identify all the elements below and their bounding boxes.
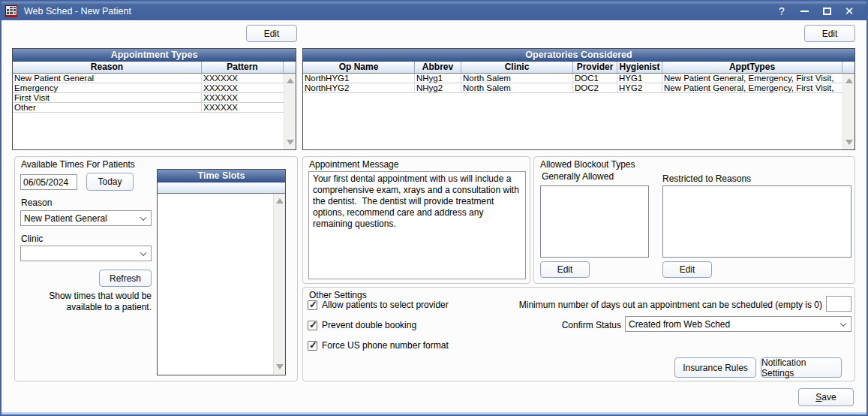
table-row[interactable]: New Patient General XXXXXX — [13, 74, 284, 83]
chevron-down-icon — [840, 320, 846, 326]
minimize-icon[interactable] — [793, 2, 815, 20]
chevron-down-icon — [140, 214, 146, 220]
column-header-provider: Provider — [573, 62, 617, 73]
notification-settings-button[interactable]: Notification Settings — [761, 357, 842, 378]
cell-abbrev: NHyg1 — [415, 74, 461, 83]
scroll-up-icon[interactable] — [287, 78, 294, 83]
close-icon[interactable]: ✕ — [838, 2, 860, 20]
operatories-grid-title: Operatories Considered — [303, 49, 854, 62]
cell-provider: DOC1 — [573, 74, 617, 83]
date-field[interactable] — [20, 174, 77, 190]
table-row[interactable]: First Visit XXXXXX — [13, 93, 284, 103]
cell-op-name: NorthHYG2 — [303, 83, 415, 92]
scroll-down-icon[interactable] — [845, 140, 853, 145]
confirm-status-select[interactable]: Created from Web Sched — [625, 316, 851, 332]
table-row[interactable]: NorthHYG2 NHyg2 North Salem DOC2 HYG2 Ne… — [303, 83, 842, 93]
reason-label: Reason — [21, 197, 52, 208]
column-header-pattern: Pattern — [202, 62, 284, 73]
maximize-icon[interactable] — [815, 2, 838, 20]
restricted-to-reasons-edit-button[interactable]: Edit — [662, 261, 712, 278]
appointment-types-scrollbar[interactable] — [284, 74, 296, 149]
table-row[interactable]: NorthHYG1 NHyg1 North Salem DOC1 HYG1 Ne… — [303, 74, 842, 83]
time-slots-scrollbar[interactable] — [273, 194, 285, 374]
cell-pattern: XXXXXX — [202, 103, 284, 112]
allow-select-provider-label: Allow patients to select provider — [322, 300, 449, 310]
cell-reason: Other — [13, 103, 202, 112]
save-button[interactable]: Save — [798, 388, 854, 406]
insurance-rules-button[interactable]: Insurance Rules — [674, 357, 756, 378]
other-settings-label: Other Settings — [309, 290, 367, 300]
cell-hygienist: HYG1 — [617, 74, 662, 83]
force-us-phone-checkbox[interactable] — [308, 341, 317, 351]
appointment-message-label: Appointment Message — [309, 159, 398, 170]
column-header-hygienist: Hygienist — [617, 62, 662, 73]
refresh-hint-text: Show times that would be available to a … — [20, 291, 152, 313]
column-header-appttypes: ApptTypes — [662, 62, 842, 73]
scroll-up-icon[interactable] — [845, 78, 853, 83]
allow-select-provider-checkbox[interactable] — [308, 300, 317, 310]
cell-hygienist: HYG2 — [617, 83, 662, 92]
table-row[interactable]: Emergency XXXXXX — [13, 83, 284, 93]
reason-select-value: New Patient General — [24, 213, 107, 224]
column-header-clinic: Clinic — [461, 62, 573, 73]
cell-pattern: XXXXXX — [202, 83, 284, 92]
blockout-types-group: Allowed Blockout Types Generally Allowed… — [533, 156, 855, 284]
cell-pattern: XXXXXX — [202, 93, 284, 102]
available-times-label: Available Times For Patients — [21, 159, 135, 170]
reason-select[interactable]: New Patient General — [20, 210, 152, 226]
generally-allowed-edit-button[interactable]: Edit — [540, 261, 590, 278]
today-button[interactable]: Today — [86, 173, 134, 191]
appointment-types-grid: Appointment Types Reason Pattern New Pat… — [12, 48, 296, 150]
cell-clinic: North Salem — [461, 74, 573, 83]
clinic-select[interactable] — [20, 246, 152, 261]
confirm-status-label: Confirm Status — [528, 320, 621, 330]
blockout-types-label: Allowed Blockout Types — [540, 159, 635, 170]
scroll-up-icon[interactable] — [276, 198, 284, 203]
prevent-double-booking-label: Prevent double booking — [322, 320, 416, 330]
cell-op-name: NorthHYG1 — [303, 74, 415, 83]
window-title: Web Sched - New Patient — [24, 6, 770, 17]
prevent-double-booking-checkbox[interactable] — [308, 321, 317, 330]
cell-clinic: North Salem — [461, 83, 573, 92]
scroll-down-icon[interactable] — [276, 364, 284, 369]
cell-reason: New Patient General — [13, 74, 202, 83]
operatories-grid: Operatories Considered Op Name Abbrev Cl… — [302, 48, 855, 150]
operatories-edit-button[interactable]: Edit — [804, 25, 855, 42]
cell-reason: First Visit — [13, 93, 202, 102]
app-icon — [5, 5, 17, 17]
title-bar[interactable]: Web Sched - New Patient ? ✕ — [2, 2, 866, 20]
column-header-reason: Reason — [13, 62, 202, 73]
cell-reason: Emergency — [13, 83, 202, 92]
column-header-op-name: Op Name — [303, 62, 415, 73]
force-us-phone-label: Force US phone number format — [322, 340, 449, 351]
appointment-message-textarea[interactable]: Your first dental appointment with us wi… — [308, 171, 526, 279]
help-icon[interactable]: ? — [770, 2, 793, 20]
web-sched-dialog: Web Sched - New Patient ? ✕ Edit Edit Ap… — [0, 0, 868, 416]
appointment-message-group: Appointment Message Your first dental ap… — [302, 156, 530, 284]
restricted-to-reasons-listbox[interactable] — [662, 185, 851, 258]
clinic-label: Clinic — [21, 234, 43, 244]
time-slots-grid: Time Slots — [157, 169, 286, 375]
cell-appttypes: New Patient General, Emergency, First Vi… — [662, 74, 842, 83]
available-times-group: Available Times For Patients Today Reaso… — [14, 156, 298, 381]
min-days-field[interactable] — [826, 296, 851, 312]
window-bottom-edge — [2, 412, 866, 414]
column-header-abbrev: Abbrev — [415, 62, 461, 73]
generally-allowed-listbox[interactable] — [540, 185, 649, 258]
min-days-label: Minimum number of days out an appointmen… — [498, 300, 822, 310]
appointment-types-header: Reason Pattern — [13, 62, 296, 74]
appointment-types-edit-button[interactable]: Edit — [246, 25, 297, 42]
time-slots-grid-title: Time Slots — [158, 170, 285, 182]
table-row[interactable]: Other XXXXXX — [13, 103, 284, 113]
refresh-button[interactable]: Refresh — [99, 270, 152, 287]
confirm-status-value: Created from Web Sched — [629, 319, 730, 330]
operatories-header: Op Name Abbrev Clinic Provider Hygienist… — [303, 62, 854, 74]
chevron-down-icon — [140, 249, 146, 255]
other-settings-group: Other Settings Allow patients to select … — [302, 287, 855, 381]
cell-pattern: XXXXXX — [202, 74, 284, 83]
restricted-to-reasons-label: Restricted to Reasons — [662, 173, 751, 184]
cell-abbrev: NHyg2 — [415, 83, 461, 92]
scroll-down-icon[interactable] — [287, 140, 294, 145]
operatories-scrollbar[interactable] — [842, 74, 854, 149]
generally-allowed-label: Generally Allowed — [542, 171, 614, 182]
